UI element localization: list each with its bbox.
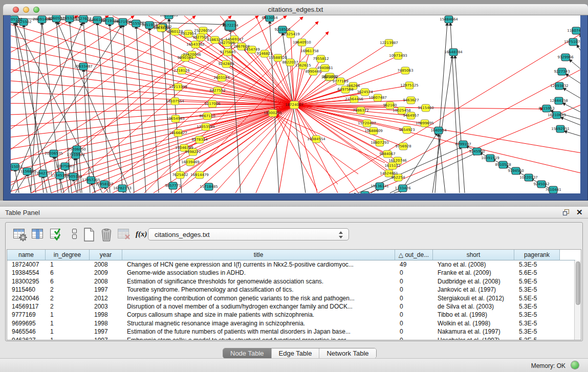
table-cell: 1997 [90,336,122,340]
network-window[interactable]: citations_edges.txt 94055728225502206914… [3,4,588,201]
network-edge[interactable] [11,105,294,191]
network-edge[interactable] [294,105,317,193]
table-cell: 5.3E-5 [514,286,560,294]
network-edge[interactable] [97,22,110,193]
network-edge[interactable] [569,59,580,75]
network-node-label: 8910528 [495,163,511,167]
table-row[interactable]: 969969511998Structural magnetic resonanc… [7,319,575,327]
network-edge[interactable] [403,133,438,188]
column-chooser-icon[interactable] [68,228,82,241]
network-edge[interactable] [27,173,31,193]
table-cell: 2012 [90,294,122,302]
table-cell: 9465546 [7,327,46,336]
network-edge[interactable] [123,24,134,193]
scrollbar-thumb[interactable] [576,261,580,305]
network-edge[interactable] [294,105,367,123]
table-cell: 2003 [90,302,122,311]
network-node-label: 1621072 [322,75,338,79]
table-row[interactable]: 1456911722003Disruption of a novel membe… [7,302,575,311]
close-panel-icon[interactable]: ✕ [576,208,583,217]
table-cell: Tibbo et al. (1998) [433,311,514,319]
network-edge[interactable] [294,51,310,105]
delete-table-icon[interactable] [100,228,114,241]
network-canvas[interactable]: 9405572822550220691406986059210653267152… [11,15,580,193]
network-edge[interactable] [276,115,317,190]
new-table-icon[interactable] [82,228,97,241]
network-node-label: 1733426 [395,186,411,190]
table-toolbar: f(x) citations_edges.txt [9,227,577,244]
table-row[interactable]: 1938455462009Genome-wide association stu… [7,269,575,277]
table-row[interactable]: 911546021997Tourette syndrome. Phenomeno… [7,286,575,294]
tab-node-table[interactable]: Node Table [223,348,272,358]
network-node-label: 12353594 [197,125,215,129]
table-cell: 0 [395,294,433,302]
tab-network-table[interactable]: Network Table [319,348,376,358]
table-cell: 22420046 [7,294,46,302]
network-canvas-svg: 9405572822550220691406986059210653267152… [11,15,580,193]
network-edge[interactable] [43,175,47,193]
column-header-pagerank[interactable]: pagerank [514,250,560,260]
network-node-label: 25206050 [68,147,86,151]
network-edge[interactable] [185,58,294,105]
network-edge[interactable] [455,55,465,193]
column-header-title[interactable]: title [122,250,395,260]
table-cell: Yano et al. (2008) [433,260,514,269]
table-cell: 6 [46,277,90,286]
table-row[interactable]: 946554611997Estimation of the future num… [7,327,575,336]
network-edge[interactable] [279,105,294,193]
table-cell: Changes of HCN gene expression and I(f) … [122,260,395,269]
tab-edge-table[interactable]: Edge Table [272,348,320,358]
network-node-label: 962160 [383,103,397,107]
table-cell: 2 [46,302,90,311]
memory-ok-indicator-icon[interactable] [571,361,579,369]
select-all-icon[interactable] [50,228,64,241]
network-edge[interactable] [11,105,294,148]
column-header-in_degree[interactable]: in_degree [46,250,90,260]
table-row[interactable]: 2242004622012Investigating the contribut… [7,294,575,302]
table-cell: Tourette syndrome. Phenomenology and cla… [122,286,395,294]
table-row[interactable]: 1872400712008Changes of HCN gene express… [7,260,575,269]
table-row[interactable]: 1830029562008Estimation of significance … [7,277,575,286]
table-cell: 0 [395,286,433,294]
table-row[interactable]: 946362711997Embryonic stem cells: a mode… [7,336,575,340]
table-cell: 2009 [90,269,122,277]
table-cell: Stergiakouli et al. (2012) [433,294,514,302]
column-mapping-icon[interactable] [31,228,46,241]
column-header-short[interactable]: short [433,250,514,260]
network-edge[interactable] [163,29,171,193]
float-panel-icon[interactable] [563,209,571,216]
network-edge[interactable] [222,78,294,105]
network-node-label: 15692951 [551,127,570,131]
network-node-label: 15484664 [440,17,458,21]
network-edge[interactable] [577,45,580,61]
table-cell: Dudbridge et al. (2008) [433,277,514,286]
table-settings-icon[interactable] [13,228,27,241]
column-header-name[interactable]: name [7,250,46,260]
network-node-label: 9890345 [177,56,193,60]
table-row[interactable]: 977716911998Corpus callosum shape and si… [7,311,575,319]
network-edge[interactable] [276,115,338,184]
network-edge[interactable] [276,115,358,174]
network-window-titlebar[interactable]: citations_edges.txt [3,4,588,15]
column-header-out_de[interactable]: △ out_de... [395,250,433,260]
network-node-label: 15720407 [358,121,376,125]
table-selector-dropdown[interactable]: citations_edges.txt [148,228,349,240]
network-edge[interactable] [432,55,452,193]
table-cell: Estimation of the future numbers of pati… [122,327,395,336]
network-edge[interactable] [564,131,580,138]
table-cell: 0 [395,277,433,286]
network-node-label: 16648784 [444,50,463,54]
network-node-label: 6497568 [337,87,353,92]
network-node-label: 10899695 [416,121,434,125]
network-node-label: 12444158 [550,99,568,103]
table-cell: Hescheler et al. (1997) [433,336,514,340]
vertical-scrollbar[interactable] [574,260,581,340]
network-node-label: 8813054 [262,16,278,20]
network-edge[interactable] [110,23,123,193]
panel-divider[interactable] [0,201,588,207]
network-node-label: 17359924 [67,153,85,157]
network-edge[interactable] [450,23,460,193]
network-edge[interactable] [11,105,294,182]
column-header-year[interactable]: year [90,250,122,260]
network-edge[interactable] [136,26,146,193]
